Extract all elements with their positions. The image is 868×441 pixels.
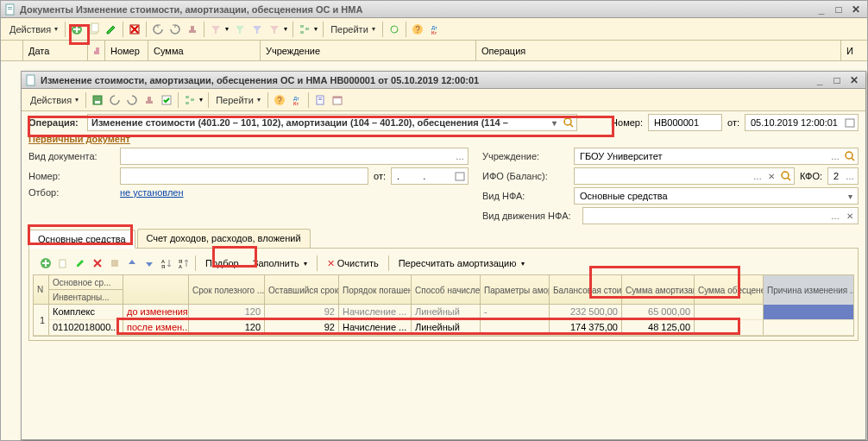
table-row[interactable]: 1 Комплекс 01102018000... до изменения: … [34, 305, 853, 336]
stamp-icon[interactable] [142, 92, 157, 108]
nfa-move-input[interactable] [587, 210, 854, 222]
dtkt-icon[interactable]: ДтКт [289, 92, 305, 108]
col-balance[interactable]: Балансовая стоимость [550, 275, 622, 305]
date-input[interactable] [749, 117, 854, 129]
calendar-button[interactable] [843, 116, 857, 129]
col-n[interactable]: N [34, 275, 49, 304]
list-col-sum[interactable]: Сумма [148, 41, 261, 60]
number2-field[interactable] [120, 167, 368, 185]
col-amort[interactable]: Сумма амортизации [622, 275, 695, 305]
refresh-left-icon[interactable] [107, 92, 123, 108]
tab-accounts[interactable]: Счет доходов, расходов, вложений [137, 229, 311, 248]
institution-input[interactable] [578, 150, 854, 162]
list-col-user[interactable]: И [841, 41, 867, 60]
tree-icon[interactable] [182, 92, 198, 108]
move-down-icon[interactable] [142, 255, 157, 271]
doc-type-input[interactable] [124, 150, 464, 162]
col-main-bottom[interactable]: Инвентарны... [49, 290, 123, 304]
list-col-institution[interactable]: Учреждение [261, 41, 476, 60]
col-remaining[interactable]: Оставшийся срок [265, 275, 339, 305]
operation-select[interactable]: Изменение стоимости (401.20 – 101, 102),… [87, 114, 577, 131]
report-icon[interactable] [312, 92, 328, 108]
col-params[interactable]: Параметры амортизации [481, 275, 550, 305]
maximize-button[interactable]: □ [831, 3, 846, 16]
filter-link[interactable]: не установлен [120, 187, 184, 198]
minimize-button[interactable]: _ [814, 3, 829, 16]
chevron-down-icon[interactable]: ▾ [843, 189, 857, 203]
search-icon[interactable] [562, 116, 576, 129]
add-button[interactable] [69, 22, 85, 37]
kfo-field[interactable]: … [827, 167, 859, 185]
add-row-button[interactable] [38, 255, 53, 271]
fill-button[interactable]: Заполнить ▾ [247, 255, 313, 271]
help-icon[interactable]: ? [410, 22, 425, 37]
delete-row-button[interactable] [90, 255, 105, 271]
col-impair[interactable]: Сумма обесценения [695, 275, 764, 305]
filter2-icon[interactable] [232, 22, 248, 37]
refresh-right-icon[interactable] [167, 22, 183, 37]
col-method[interactable]: Способ начисления ... [412, 275, 481, 305]
close-button[interactable]: ✕ [846, 73, 862, 87]
ifo-field[interactable]: … ✕ [574, 167, 795, 185]
col-useful-life[interactable]: Срок полезного ... [189, 275, 265, 305]
tree-icon[interactable] [297, 22, 312, 37]
refresh-both-icon[interactable] [387, 22, 402, 37]
sort-desc-icon[interactable]: ЯА [176, 255, 192, 271]
list-col-operation[interactable]: Операция [476, 41, 841, 60]
sort-asc-icon[interactable]: АЯ [159, 255, 174, 271]
move-up-icon[interactable] [124, 255, 140, 271]
recalc-button[interactable]: Пересчитать амортизацию ▾ [393, 255, 531, 271]
close-button[interactable]: ✕ [848, 3, 864, 16]
podbor-button[interactable]: Подбор [199, 255, 245, 271]
institution-field[interactable]: … [574, 148, 859, 165]
ellipsis-icon[interactable]: … [751, 169, 764, 183]
refresh-row-icon[interactable] [107, 255, 123, 271]
ellipsis-icon[interactable]: … [828, 209, 842, 223]
help-icon[interactable]: ? [272, 92, 287, 108]
maximize-button[interactable]: □ [829, 73, 845, 87]
list-col-marker[interactable] [8, 41, 23, 60]
dtkt-icon[interactable]: ДтКт [427, 22, 443, 37]
doc-type-field[interactable]: … [120, 148, 469, 165]
copy-row-button[interactable] [55, 255, 71, 271]
refresh-right-icon[interactable] [124, 92, 140, 108]
col-main-top[interactable]: Основное ср... [49, 275, 123, 290]
number-field[interactable] [648, 114, 722, 131]
filter4-icon[interactable] [267, 22, 282, 37]
tree-dropdown[interactable]: ▾ [198, 96, 204, 104]
ellipsis-icon[interactable]: … [828, 149, 842, 163]
number2-input[interactable] [124, 170, 364, 182]
filter1-dropdown[interactable]: ▾ [223, 25, 230, 33]
search-icon[interactable] [843, 149, 857, 163]
list-col-number[interactable]: Номер [105, 41, 148, 60]
clear-icon[interactable]: ✕ [843, 209, 857, 223]
actions-menu[interactable]: Действия ▾ [6, 24, 61, 35]
goto-menu[interactable]: Перейти ▾ [327, 24, 379, 35]
refresh-left-icon[interactable] [150, 22, 166, 37]
ot-field[interactable] [391, 167, 469, 185]
actions-menu[interactable]: Действия ▾ [27, 95, 82, 105]
filter1-icon[interactable] [208, 22, 223, 37]
nfa-type-input[interactable] [578, 190, 854, 202]
list-col-posted[interactable] [88, 41, 105, 60]
col-before-after[interactable] [123, 275, 189, 304]
clear-icon[interactable]: ✕ [764, 169, 778, 183]
ellipsis-icon[interactable]: … [843, 169, 857, 183]
calendar-button[interactable] [453, 169, 467, 183]
edit-button[interactable] [104, 22, 119, 37]
search-icon[interactable] [779, 169, 793, 183]
tab-fixed-assets[interactable]: Основные средства [28, 230, 135, 249]
filter4-dropdown[interactable]: ▾ [282, 25, 289, 33]
col-order[interactable]: Порядок погашения ... [339, 275, 412, 305]
tree-dropdown[interactable]: ▾ [312, 25, 319, 33]
col-reason[interactable]: Причина изменения ... [764, 275, 853, 305]
stamp-icon[interactable] [185, 22, 200, 37]
delete-button[interactable] [127, 22, 142, 37]
nfa-move-field[interactable]: … ✕ [582, 207, 859, 224]
ellipsis-icon[interactable]: … [453, 149, 467, 163]
minimize-button[interactable]: _ [812, 73, 827, 87]
number-input[interactable] [652, 117, 718, 129]
edit-row-button[interactable] [72, 255, 88, 271]
list-col-date[interactable]: Дата [23, 41, 88, 60]
calendar-icon[interactable] [330, 92, 345, 108]
